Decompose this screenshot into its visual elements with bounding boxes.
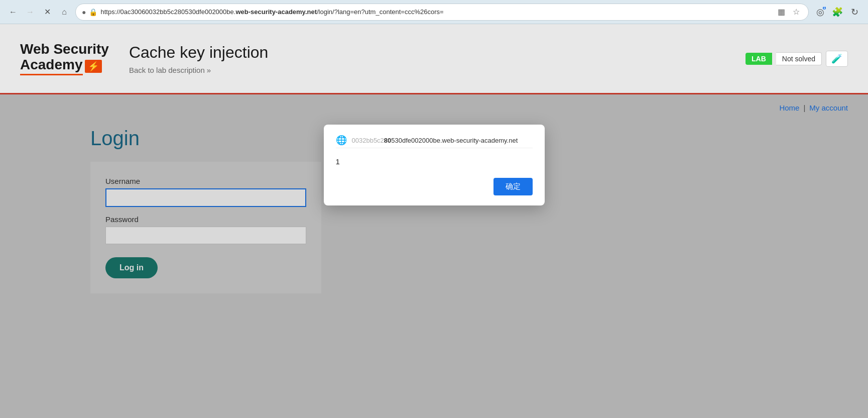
logo-line1: Web Security [20,42,109,57]
notification-badge: 1 [822,6,827,11]
shield-icon: ● [82,8,86,16]
url-bold-start: 80 [384,137,391,144]
logo-line2-row: Academy ⚡ [20,57,102,75]
reload-button[interactable]: ↻ [847,5,862,20]
close-button[interactable]: ✕ [40,5,54,19]
home-button[interactable]: ⌂ [57,5,71,19]
logo-line2: Academy [20,57,83,75]
status-text: Not solved [776,52,822,65]
lab-info: Cache key injection Back to lab descript… [129,43,725,74]
alert-dialog: 🌐 0032bb5c280530dfe002000be.web-security… [324,125,545,205]
site-header: Web Security Academy ⚡ Cache key injecti… [0,24,868,94]
logo-area: Web Security Academy ⚡ [20,42,109,75]
logo-badge: ⚡ [85,60,102,73]
lab-status-area: LAB Not solved 🧪 [746,51,848,67]
address-bar[interactable]: ● 🔒 https://0ac30060032bb5c280530dfe0020… [75,4,809,21]
lab-title: Cache key injection [129,43,725,62]
chevron-icon: » [207,66,211,74]
back-to-lab-link[interactable]: Back to lab description » [129,66,725,74]
main-content: Home | My account Login Username Passwor… [0,94,868,418]
url-bold: web-security-academy.net [235,8,317,16]
dialog-header: 🌐 0032bb5c280530dfe002000be.web-security… [336,135,533,148]
flask-button[interactable]: 🧪 [826,51,848,67]
confirm-button[interactable]: 确定 [493,178,533,195]
browser-right-icons: ◎ 1 🧩 ↻ [813,5,862,20]
dialog-url: 0032bb5c280530dfe002000be.web-security-a… [352,137,518,144]
address-bar-icons: ▦ ☆ [775,6,802,18]
url-text: https://0ac30060032bb5c280530dfe002000be… [100,8,772,16]
qr-icon[interactable]: ▦ [775,6,787,18]
star-icon[interactable]: ☆ [790,6,802,18]
url-rest: 530dfe002000be.web-security-academy.net [391,137,518,144]
url-prefix: https://0ac30060032bb5c280530dfe002000be… [100,8,235,16]
lab-badge: LAB [746,53,772,65]
globe-icon: 🌐 [336,135,347,146]
lock-icon: 🔒 [89,8,97,16]
forward-button[interactable]: → [23,5,37,19]
dialog-footer: 确定 [336,178,533,195]
dialog-overlay: 🌐 0032bb5c280530dfe002000be.web-security… [0,94,868,418]
back-button[interactable]: ← [6,5,20,19]
nav-buttons: ← → ✕ ⌂ [6,5,71,19]
dialog-message: 1 [336,155,533,168]
puzzle-button[interactable]: 🧩 [830,5,845,20]
url-suffix: /login/?lang=en?utm_content=ccc%26cors= [317,8,444,16]
url-faded-part: 0032bb5c2 [352,137,384,144]
flask-icon: 🧪 [831,54,842,64]
notification-area: ◎ 1 [813,5,828,20]
browser-chrome: ← → ✕ ⌂ ● 🔒 https://0ac30060032bb5c28053… [0,0,868,24]
